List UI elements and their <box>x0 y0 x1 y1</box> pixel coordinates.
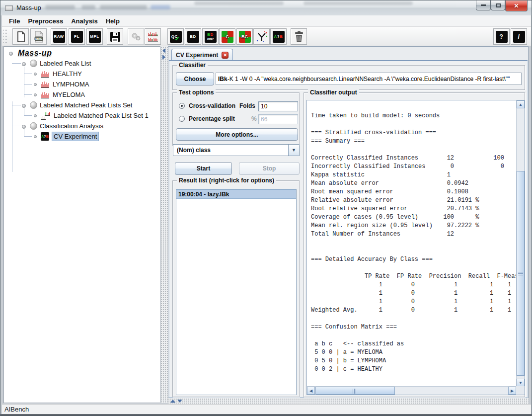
chevron-down-icon[interactable]: ▼ <box>288 145 299 156</box>
tree-root[interactable]: Mass-up <box>4 48 160 58</box>
background-artifact <box>151 5 170 9</box>
horizontal-scrollbar-thumb[interactable] <box>315 387 395 395</box>
collapse-left-icon[interactable] <box>162 48 165 53</box>
collapse-down-icon[interactable] <box>177 400 182 403</box>
maximize-icon <box>496 3 501 7</box>
peak-list-icon <box>41 81 50 88</box>
status-text: AIBench <box>4 406 29 413</box>
qc-button[interactable]: QC✓ <box>167 28 184 45</box>
category-icon <box>30 101 37 109</box>
bd-inter-button[interactable]: BD Inter <box>202 28 219 45</box>
process-button[interactable] <box>128 28 144 45</box>
classify-bc-button[interactable]: BC <box>236 28 253 45</box>
menu-help[interactable]: Help <box>102 16 124 26</box>
spectra-button[interactable] <box>145 28 161 45</box>
start-button[interactable]: Start <box>175 162 232 175</box>
tree-expand-handle[interactable] <box>34 114 37 117</box>
tree-item-classification-analysis[interactable]: Classification Analysis <box>4 121 160 131</box>
bd-icon: BD <box>187 31 199 43</box>
classifier-params: -K 1 -W 0 -A "weka.core.neighboursearch.… <box>228 76 510 83</box>
tree-item-labeled-peak-list[interactable]: Labeled Peak List <box>4 58 160 69</box>
tree-expand-handle[interactable] <box>22 62 26 66</box>
minimize-button[interactable] <box>476 0 491 10</box>
pl-button[interactable]: PL <box>69 28 85 45</box>
collapse-right-icon[interactable] <box>162 55 165 60</box>
tree-item-labeled-matched-set[interactable]: Labeled Matched Peak Lists Set <box>4 100 160 110</box>
vertical-splitter[interactable] <box>160 46 168 403</box>
tab-cv-experiment[interactable]: CV Experiment ✕ <box>171 49 233 61</box>
peak-list-icon <box>41 70 50 78</box>
new-document-button[interactable] <box>12 28 29 45</box>
scroll-left-icon[interactable]: ◀ <box>307 387 315 395</box>
scroll-down-icon[interactable]: ▼ <box>517 379 525 387</box>
cv-experiment-button[interactable]: A?B <box>270 28 287 45</box>
scroll-right-icon[interactable]: ▶ <box>508 387 516 395</box>
mpl-button[interactable]: MPL <box>86 28 103 45</box>
title-bar[interactable]: Mass-up ✕ <box>0 0 532 15</box>
background-artifact <box>45 5 75 9</box>
more-options-button[interactable]: More options... <box>176 128 298 141</box>
vertical-scrollbar[interactable]: ▲ ▼ <box>516 100 525 387</box>
tree-item-healthy[interactable]: HEALTHY <box>4 69 160 79</box>
bd-button[interactable]: BD <box>185 28 201 45</box>
cross-validation-radio[interactable] <box>179 103 185 109</box>
toolbar-drag-handle[interactable] <box>3 28 7 45</box>
menu-preprocess[interactable]: Preprocess <box>24 16 67 26</box>
folds-input[interactable] <box>258 101 298 111</box>
test-options-group: Test options Cross-validation Folds Perc… <box>172 92 300 146</box>
maximize-button[interactable] <box>491 0 505 10</box>
raw-button[interactable]: RAW <box>51 28 67 45</box>
tree-expand-handle[interactable] <box>9 52 13 56</box>
save-button[interactable] <box>107 28 123 45</box>
choose-classifier-button[interactable]: Choose <box>176 72 214 85</box>
open-muc-button[interactable]: MUC <box>30 28 47 45</box>
class-attribute-combo[interactable]: (Nom) class ▼ <box>173 144 300 156</box>
help-button[interactable]: ? <box>493 28 510 45</box>
trash-icon <box>294 31 304 43</box>
percentage-split-radio[interactable] <box>179 116 185 122</box>
percent-input[interactable] <box>258 114 298 124</box>
mpl-icon: MPL <box>89 31 101 43</box>
menu-file[interactable]: File <box>5 16 24 26</box>
tree-item-labeled-matched-set-1[interactable]: Labeled Matched Peak List Set 1 <box>4 110 160 121</box>
tab-content: Classifier Choose IBk -K 1 -W 0 -A "weka… <box>169 60 528 398</box>
tab-close-icon[interactable]: ✕ <box>222 52 228 59</box>
menu-bar: File Preprocess Analysis Help <box>2 15 531 27</box>
delete-button[interactable] <box>291 28 307 45</box>
background-artifact <box>304 1 413 5</box>
a-question-b-icon: A?B <box>41 132 49 141</box>
qc-icon: QC✓ <box>170 31 182 43</box>
collapse-up-icon[interactable] <box>170 400 175 403</box>
window-bottom-edge <box>0 414 532 416</box>
classifier-output-text[interactable]: Time taken to build model: 0 seconds ===… <box>307 100 516 387</box>
tree-expand-handle[interactable] <box>22 125 26 129</box>
close-button[interactable]: ✕ <box>505 0 528 11</box>
main-panel: CV Experiment ✕ Classifier Choose IBk -K… <box>168 46 529 398</box>
vertical-scrollbar-thumb[interactable] <box>517 171 525 376</box>
classifier-output-group: Classifier output Time taken to build mo… <box>304 92 525 397</box>
category-icon <box>30 122 37 130</box>
tree-expand-handle[interactable] <box>34 93 37 96</box>
tree-expand-handle[interactable] <box>34 135 37 138</box>
classify-c-button[interactable]: C <box>219 28 235 45</box>
document-icon <box>16 31 25 42</box>
cluster-button[interactable] <box>253 28 270 45</box>
result-list[interactable]: 19:00:04 - lazy.IBk <box>176 189 297 395</box>
scroll-up-icon[interactable]: ▲ <box>517 100 525 108</box>
tree-expand-handle[interactable] <box>34 73 37 76</box>
tree-item-cv-experiment[interactable]: A?B CV Experiment <box>4 131 160 142</box>
result-list-item[interactable]: 19:00:04 - lazy.IBk <box>176 189 296 199</box>
info-button[interactable]: i <box>511 28 527 45</box>
stop-button[interactable]: Stop <box>239 162 300 175</box>
window-title: Mass-up <box>16 4 41 11</box>
tree-item-lymphoma[interactable]: LYMPHOMA <box>4 79 160 89</box>
menu-analysis[interactable]: Analysis <box>67 16 101 26</box>
tree-expand-handle[interactable] <box>34 83 37 86</box>
check-icon: ✓ <box>175 35 180 42</box>
classifier-spec-field[interactable]: IBk -K 1 -W 0 -A "weka.core.neighboursea… <box>216 73 522 85</box>
tree-expand-handle[interactable] <box>22 104 26 108</box>
tree-item-myeloma[interactable]: MYELOMA <box>4 89 160 100</box>
pl-icon: PL <box>71 31 83 43</box>
horizontal-splitter[interactable] <box>168 398 529 404</box>
horizontal-scrollbar[interactable]: ◀ ▶ <box>307 386 516 395</box>
